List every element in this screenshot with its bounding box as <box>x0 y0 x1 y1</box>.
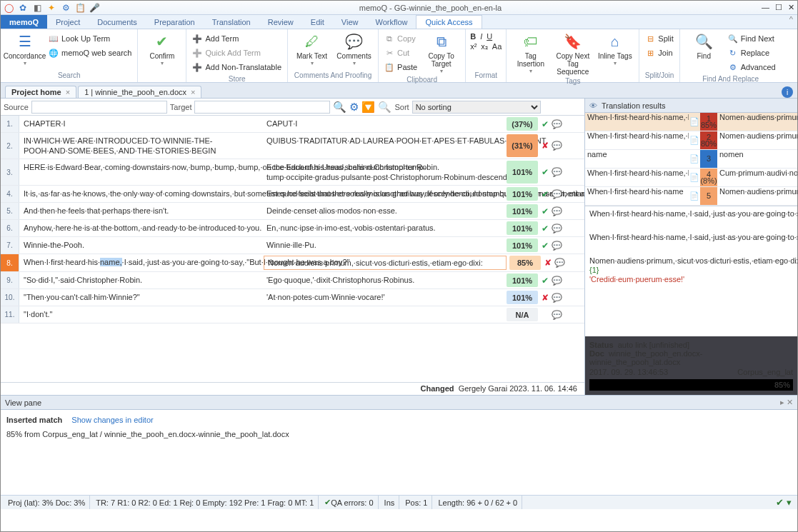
target-filter-input[interactable] <box>194 101 330 114</box>
table-row[interactable]: 4.It·is,·as·far·as·he·knows,·the·only·wa… <box>1 186 584 203</box>
source-cell[interactable]: "So·did·I,"·said·Christopher·Robin. <box>19 272 262 288</box>
target-cell[interactable]: Nomen·audiens·primum,·sicut·vos·dicturi·… <box>264 256 507 270</box>
table-row[interactable]: 3.HERE·is·Edward·Bear,·coming·downstairs… <box>1 159 584 186</box>
tab-preparation[interactable]: Preparation <box>146 15 204 29</box>
target-cell[interactable]: CAPUT·I <box>262 116 505 132</box>
qat-icon-5[interactable]: ⚙ <box>61 3 71 13</box>
qat-icon-4[interactable]: ✦ <box>46 3 56 13</box>
tab-project-home[interactable]: Project home× <box>5 86 76 98</box>
source-filter-input[interactable] <box>31 101 167 114</box>
source-cell[interactable]: And·then·he·feels·that·perhaps·there·isn… <box>19 203 262 219</box>
qat-icon-1[interactable]: ◯ <box>4 3 14 13</box>
filter-add-icon[interactable]: 🔽 <box>361 101 375 114</box>
target-cell[interactable]: QUIBUS·TRADITATUR·AD·LAUREA·POOH·ET·APES… <box>262 133 505 159</box>
comment-icon[interactable]: 💬 <box>551 306 562 323</box>
tab-translation[interactable]: Translation <box>204 15 259 29</box>
target-cell[interactable]: Winnie·ille·Pu. <box>262 237 505 254</box>
sort-select[interactable]: No sorting <box>412 101 541 114</box>
source-cell[interactable]: HERE·is·Edward·Bear,·coming·downstairs·n… <box>19 159 262 185</box>
subscript-button[interactable]: x₂ <box>481 42 488 51</box>
minimize-button[interactable]: — <box>762 3 769 12</box>
gear-icon[interactable]: ⚙ <box>349 101 359 114</box>
clear-icon[interactable]: 🔍 <box>378 101 391 114</box>
comment-icon[interactable]: 💬 <box>554 254 565 271</box>
match-row[interactable]: When·I·first·heard·his·name,·I·said,·jus… <box>585 113 797 131</box>
source-cell[interactable]: "I·don't." <box>19 306 262 323</box>
source-cell[interactable]: Anyhow,·here·he·is·at·the·bottom,·and·re… <box>19 220 262 236</box>
comment-icon[interactable]: 💬 <box>551 133 562 159</box>
comment-icon[interactable]: 💬 <box>551 203 562 219</box>
target-cell[interactable]: 'At·non·potes·cum·Winnie·vocare!' <box>262 289 505 306</box>
comment-icon[interactable]: 💬 <box>551 186 562 202</box>
comment-icon[interactable]: 💬 <box>551 116 562 132</box>
table-row[interactable]: 9."So·did·I,"·said·Christopher·Robin.'Eg… <box>1 272 584 289</box>
comments-button[interactable]: 💬Comments▾ <box>334 31 374 66</box>
match-row[interactable]: When·I·first·heard·his·name,·I·said,·jus… <box>585 169 797 187</box>
replace-button[interactable]: ↻Replace <box>727 46 777 59</box>
tab-project[interactable]: Project <box>47 15 89 29</box>
find-button[interactable]: 🔍Find <box>684 31 724 60</box>
qat-icon-3[interactable]: ◧ <box>32 3 42 13</box>
table-row[interactable]: 6.Anyhow,·here·he·is·at·the·bottom,·and·… <box>1 220 584 237</box>
lookup-term-button[interactable]: 📖Look Up Term <box>47 32 133 45</box>
table-row[interactable]: 7.Winnie-the-Pooh.Winnie·ille·Pu.101%✔💬 <box>1 237 584 254</box>
target-cell[interactable]: Deinde·censet·alios·modos·non·esse. <box>262 203 505 219</box>
qat-icon-7[interactable]: 🎤 <box>89 3 99 13</box>
close-icon[interactable]: × <box>66 88 70 96</box>
search-icon[interactable]: 🔍 <box>333 101 346 114</box>
close-icon[interactable]: × <box>191 88 195 96</box>
italic-button[interactable]: I <box>480 32 482 41</box>
match-row[interactable]: When·I·first·heard·his·name,·I·said,·jus… <box>585 131 797 150</box>
table-row[interactable]: 1.CHAPTER·ICAPUT·I(37%)✔💬 <box>1 116 584 133</box>
source-cell[interactable]: Winnie-the-Pooh. <box>19 237 262 254</box>
maximize-button[interactable]: ☐ <box>775 3 782 12</box>
ribbon-collapse-icon[interactable]: ^ <box>785 15 797 29</box>
sync-icon[interactable]: i <box>782 86 793 98</box>
table-row[interactable]: 11."I·don't."N/A💬 <box>1 306 584 323</box>
tab-document[interactable]: 1 | winnie_the_pooh_en.docx× <box>78 86 201 98</box>
add-term-button[interactable]: ➕Add Term <box>191 32 283 45</box>
advanced-find-button[interactable]: ⚙Advanced <box>727 61 777 74</box>
table-row[interactable]: 8.When·I·first·heard·his·name,·I·said,·j… <box>1 254 584 272</box>
tab-view[interactable]: View <box>333 15 367 29</box>
comment-icon[interactable]: 💬 <box>551 220 562 236</box>
underline-button[interactable]: U <box>487 32 492 41</box>
qat-icon-6[interactable]: 📋 <box>75 3 85 13</box>
target-cell[interactable]: Ecce·Eduardus·Ursus·scalis·nunc·tump-tum… <box>262 159 505 185</box>
table-row[interactable]: 5.And·then·he·feels·that·perhaps·there·i… <box>1 203 584 220</box>
tab-memoq[interactable]: memoQ <box>1 15 47 29</box>
quick-add-term-button[interactable]: ➕Quick Add Term <box>191 46 283 59</box>
table-row[interactable]: 10."Then·you·can't·call·him·Winnie?"'At·… <box>1 289 584 306</box>
mark-text-button[interactable]: 🖊Mark Text▾ <box>292 31 331 66</box>
show-changes-link[interactable]: Show changes in editor <box>71 416 153 424</box>
source-cell[interactable]: When·I·first·heard·his·name,·I·said,·jus… <box>19 254 262 271</box>
match-row[interactable]: name📄3nomen <box>585 150 797 169</box>
target-cell[interactable] <box>262 306 505 323</box>
close-button[interactable]: ✕ <box>788 3 794 12</box>
tag-insertion-button[interactable]: 🏷Tag Insertion▾ <box>511 31 550 74</box>
comment-icon[interactable]: 💬 <box>551 237 562 254</box>
table-row[interactable]: 2.IN·WHICH·WE·ARE·INTRODUCED·TO·WINNIE-T… <box>1 133 584 159</box>
match-row[interactable]: When·I·first·heard·his·name📄5Nomen·audie… <box>585 187 797 206</box>
bold-button[interactable]: B <box>470 32 476 41</box>
source-cell[interactable]: IN·WHICH·WE·ARE·INTRODUCED·TO·WINNIE-THE… <box>19 133 262 159</box>
copy-next-tag-button[interactable]: 🔖Copy Next Tag Sequence <box>553 31 592 76</box>
join-button[interactable]: ⊞Join <box>644 46 674 59</box>
view-pane-controls[interactable]: ▸ ✕ <box>780 398 793 407</box>
tab-quick-access[interactable]: Quick Access <box>416 15 482 29</box>
target-cell[interactable]: Est·quod·sciat·unus·et·solus·modus·gradi… <box>262 186 505 202</box>
source-cell[interactable]: CHAPTER·I <box>19 116 262 132</box>
comment-icon[interactable]: 💬 <box>551 159 562 185</box>
split-button[interactable]: ⊟Split <box>644 32 674 45</box>
add-non-translatable-button[interactable]: ➕Add Non-Translatable <box>191 61 283 74</box>
tab-documents[interactable]: Documents <box>89 15 146 29</box>
case-button[interactable]: Aa <box>492 42 502 51</box>
comment-icon[interactable]: 💬 <box>551 289 562 306</box>
superscript-button[interactable]: x² <box>470 42 477 51</box>
confirm-button[interactable]: ✔ Confirm ▾ <box>142 31 181 66</box>
qat-icon-2[interactable]: ✿ <box>18 3 28 13</box>
source-cell[interactable]: "Then·you·can't·call·him·Winnie?" <box>19 289 262 306</box>
paste-button[interactable]: 📋Paste <box>383 61 419 74</box>
web-search-button[interactable]: 🌐memoQ web search <box>47 46 133 59</box>
target-cell[interactable]: 'Ego·quoque,'·dixit·Christophorus·Robinu… <box>262 272 505 288</box>
